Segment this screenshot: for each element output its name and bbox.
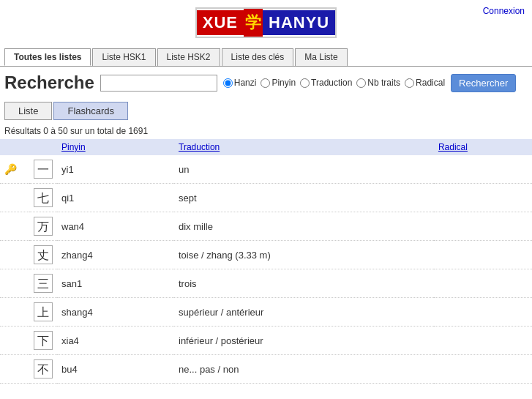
- char-col[interactable]: 不: [29, 355, 57, 384]
- nav-tab-1[interactable]: Liste HSK1: [92, 48, 155, 66]
- pinyin-col: wan4: [57, 212, 174, 241]
- logo-hanyu: HANYU: [263, 10, 335, 35]
- action-col: [0, 298, 29, 327]
- char-box[interactable]: 一: [34, 160, 53, 179]
- pinyin-col: san1: [57, 269, 174, 298]
- char-col[interactable]: 丈: [29, 241, 57, 269]
- th-radical: Radical: [434, 139, 532, 155]
- header: Connexion XUE 学 HANYU: [0, 0, 532, 44]
- action-col: [0, 355, 29, 384]
- action-col: 🔑: [0, 155, 29, 184]
- nav-tab-2[interactable]: Liste HSK2: [157, 48, 220, 66]
- radio-pinyin[interactable]: Pinyin: [261, 78, 296, 88]
- radio-hanzi[interactable]: Hanzi: [223, 78, 257, 88]
- radio-traduction[interactable]: Traduction: [300, 78, 352, 88]
- th-sort: [0, 139, 29, 155]
- th-pinyin: Pinyin: [57, 139, 174, 155]
- char-box[interactable]: 下: [34, 331, 53, 350]
- trad-col: un: [174, 155, 434, 184]
- nav-tab-4[interactable]: Ma Liste: [295, 48, 347, 66]
- th-char: [29, 139, 57, 155]
- nav-tab-0[interactable]: Toutes les listes: [4, 48, 91, 66]
- radical-col: [434, 241, 532, 269]
- char-col[interactable]: 三: [29, 269, 57, 298]
- search-section: Recherche HanziPinyinTraductionNb traits…: [0, 67, 532, 99]
- sub-tab-liste[interactable]: Liste: [4, 102, 52, 120]
- action-col: [0, 212, 29, 241]
- logo-xue: XUE: [197, 10, 244, 35]
- table-row: 🔑一yi1un: [0, 155, 532, 184]
- sort-pinyin-link[interactable]: Pinyin: [61, 142, 86, 152]
- search-input[interactable]: [100, 75, 217, 92]
- trad-col: dix mille: [174, 212, 434, 241]
- results-table: Pinyin Traduction Radical 🔑一yi1un七qi1sep…: [0, 139, 532, 384]
- radical-col: [434, 355, 532, 384]
- char-box[interactable]: 上: [34, 302, 53, 321]
- trad-col: sept: [174, 184, 434, 212]
- char-box[interactable]: 丈: [34, 245, 53, 264]
- logo-char: 学: [244, 9, 263, 37]
- radical-col: [434, 212, 532, 241]
- sort-traduction-link[interactable]: Traduction: [179, 142, 220, 152]
- sub-tab-flashcards[interactable]: Flashcards: [53, 102, 128, 120]
- action-col: [0, 184, 29, 212]
- action-col: [0, 241, 29, 269]
- radio-radical[interactable]: Radical: [405, 78, 445, 88]
- radical-col: [434, 298, 532, 327]
- char-box[interactable]: 七: [34, 188, 53, 207]
- nav-tab-3[interactable]: Liste des clés: [222, 48, 294, 66]
- search-button[interactable]: Rechercher: [451, 74, 516, 92]
- char-col[interactable]: 七: [29, 184, 57, 212]
- sort-radical-link[interactable]: Radical: [438, 142, 468, 152]
- table-row: 上shang4supérieur / antérieur: [0, 298, 532, 327]
- table-row: 七qi1sept: [0, 184, 532, 212]
- pinyin-col: xia4: [57, 327, 174, 355]
- radical-col: [434, 155, 532, 184]
- results-info: Résultats 0 à 50 sur un total de 1691: [0, 123, 532, 139]
- radical-col: [434, 269, 532, 298]
- trad-col: trois: [174, 269, 434, 298]
- char-col[interactable]: 下: [29, 327, 57, 355]
- pinyin-col: zhang4: [57, 241, 174, 269]
- char-col[interactable]: 一: [29, 155, 57, 184]
- radical-col: [434, 184, 532, 212]
- pinyin-col: bu4: [57, 355, 174, 384]
- trad-col: ne... pas / non: [174, 355, 434, 384]
- table-row: 万wan4dix mille: [0, 212, 532, 241]
- results-tbody: 🔑一yi1un七qi1sept万wan4dix mille丈zhang4tois…: [0, 155, 532, 384]
- connexion-link[interactable]: Connexion: [483, 6, 525, 16]
- char-box[interactable]: 三: [34, 274, 53, 293]
- action-col: [0, 327, 29, 355]
- trad-col: supérieur / antérieur: [174, 298, 434, 327]
- key-icon: 🔑: [4, 163, 17, 175]
- table-row: 丈zhang4toise / zhang (3.33 m): [0, 241, 532, 269]
- th-traduction: Traduction: [174, 139, 434, 155]
- table-row: 三san1trois: [0, 269, 532, 298]
- trad-col: toise / zhang (3.33 m): [174, 241, 434, 269]
- logo: XUE 学 HANYU: [195, 7, 337, 38]
- table-row: 下xia4inférieur / postérieur: [0, 327, 532, 355]
- pinyin-col: qi1: [57, 184, 174, 212]
- radical-col: [434, 327, 532, 355]
- pinyin-col: yi1: [57, 155, 174, 184]
- radio-nb traits[interactable]: Nb traits: [356, 78, 400, 88]
- char-col[interactable]: 万: [29, 212, 57, 241]
- char-box[interactable]: 万: [34, 217, 53, 236]
- sub-tabs: ListeFlashcards: [0, 99, 532, 123]
- char-col[interactable]: 上: [29, 298, 57, 327]
- pinyin-col: shang4: [57, 298, 174, 327]
- table-row: 不bu4ne... pas / non: [0, 355, 532, 384]
- trad-col: inférieur / postérieur: [174, 327, 434, 355]
- nav-tabs: Toutes les listesListe HSK1Liste HSK2Lis…: [0, 44, 532, 67]
- action-col: [0, 269, 29, 298]
- radio-group: HanziPinyinTraductionNb traitsRadical: [223, 78, 445, 88]
- search-title: Recherche: [4, 72, 94, 93]
- char-box[interactable]: 不: [34, 359, 53, 379]
